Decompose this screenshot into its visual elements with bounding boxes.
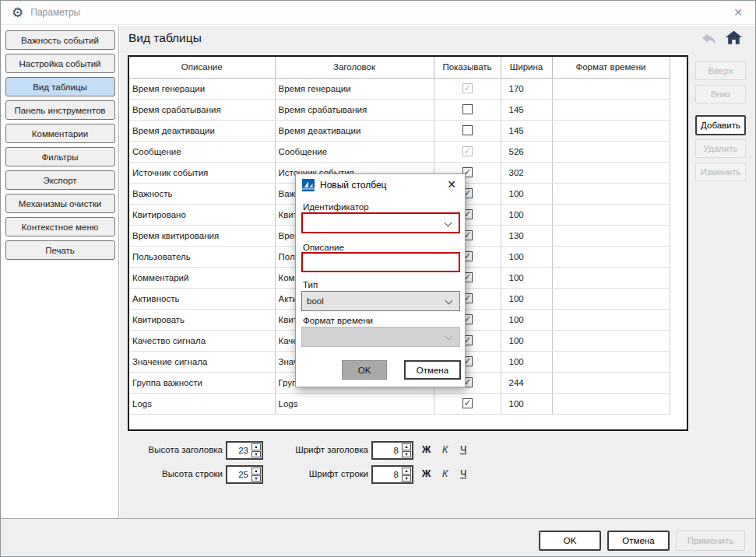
spin-down-icon[interactable]: ▼ [251, 475, 261, 482]
sidebar-item[interactable]: Комментарии [5, 124, 115, 143]
row-underline-button[interactable]: Ч [460, 468, 466, 479]
close-icon[interactable]: ✕ [733, 6, 743, 19]
column-header-show[interactable]: Показывать [434, 57, 501, 78]
cell-width: 100 [501, 204, 552, 225]
table-row[interactable]: СообщениеСообщение526 [129, 141, 670, 162]
cell-time-format [552, 246, 670, 267]
app-icon [302, 179, 315, 191]
row-font-spinner[interactable]: 8 ▲▼ [371, 465, 413, 484]
row-bold-button[interactable]: Ж [422, 468, 431, 479]
time-format-combobox[interactable] [301, 327, 460, 347]
table-header-row: Описание Заголовок Показывать Ширина Фор… [129, 57, 670, 78]
cell-description: Logs [129, 393, 275, 414]
table-row[interactable]: Время срабатыванияВремя срабатывания145 [129, 99, 670, 120]
cell-show [434, 78, 501, 99]
sidebar: Важность событийНастройка событийВид таб… [1, 30, 119, 260]
cell-time-format [552, 120, 670, 141]
sidebar-item[interactable]: Фильтры [5, 147, 115, 166]
sidebar-item[interactable]: Панель инструментов [5, 100, 115, 120]
move-down-button[interactable]: Вниз [695, 85, 746, 103]
column-header-description[interactable]: Описание [129, 57, 275, 78]
cell-width: 100 [501, 288, 552, 309]
cell-width: 130 [501, 225, 552, 246]
sidebar-item[interactable]: Контекстное меню [5, 217, 115, 236]
add-button[interactable]: Добавить [695, 115, 746, 135]
column-header-width[interactable]: Ширина [501, 57, 552, 78]
cell-description: Время срабатывания [129, 99, 275, 120]
sidebar-item[interactable]: Настройка событий [5, 54, 115, 73]
header-bold-button[interactable]: Ж [422, 444, 431, 455]
cell-width: 100 [501, 393, 552, 414]
show-checkbox[interactable] [462, 398, 473, 408]
cell-time-format [552, 330, 670, 351]
header-font-spinner[interactable]: 8 ▲▼ [371, 441, 413, 460]
delete-button[interactable]: Удалить [695, 139, 746, 158]
cell-show [434, 141, 501, 162]
cell-time-format [552, 99, 670, 120]
undo-icon[interactable] [701, 30, 718, 46]
description-input[interactable] [301, 252, 460, 272]
cell-header: Время срабатывания [275, 99, 434, 120]
header-font-label: Шрифт заголовка [273, 445, 368, 454]
header-underline-button[interactable]: Ч [460, 444, 466, 455]
table-row[interactable]: Время деактивацииВремя деактивации145 [129, 120, 670, 141]
spin-down-icon[interactable]: ▼ [402, 451, 411, 458]
description-label: Описание [303, 243, 344, 252]
header-italic-button[interactable]: К [442, 444, 448, 455]
spin-up-icon[interactable]: ▲ [251, 468, 261, 475]
show-checkbox[interactable] [462, 104, 473, 114]
identifier-value [303, 214, 459, 219]
spin-up-icon[interactable]: ▲ [402, 443, 411, 450]
spin-up-icon[interactable]: ▲ [251, 443, 261, 450]
row-height-spinner[interactable]: 25 ▲▼ [226, 465, 263, 484]
cell-time-format [552, 309, 670, 330]
edit-button[interactable]: Изменить [695, 163, 746, 181]
cell-width: 244 [501, 372, 552, 393]
time-format-value [302, 328, 459, 332]
move-up-button[interactable]: Вверх [695, 61, 746, 80]
apply-button[interactable]: Применить [676, 531, 745, 551]
sidebar-item[interactable]: Экспорт [5, 170, 115, 190]
sidebar-item[interactable]: Вид таблицы [5, 77, 115, 96]
cell-width: 526 [501, 141, 552, 162]
cell-header: Logs [275, 393, 434, 414]
dialog-close-icon[interactable]: ✕ [447, 178, 456, 191]
spin-up-icon[interactable]: ▲ [402, 468, 411, 475]
show-checkbox[interactable] [462, 146, 473, 156]
ok-button[interactable]: OK [539, 531, 601, 551]
cell-width: 145 [501, 120, 552, 141]
show-checkbox[interactable] [462, 83, 473, 93]
cell-description: Время деактивации [129, 120, 275, 141]
cell-header: Сообщение [275, 141, 434, 162]
sidebar-item[interactable]: Печать [5, 240, 115, 260]
table-row[interactable]: Время генерацииВремя генерации170 [129, 78, 670, 99]
cell-description: Группа важности [129, 372, 275, 393]
type-combobox[interactable]: bool [301, 291, 460, 311]
cell-width: 170 [501, 78, 552, 99]
spin-down-icon[interactable]: ▼ [402, 475, 411, 482]
title-bar: ⚙ Параметры ✕ [1, 1, 755, 25]
dialog-cancel-button[interactable]: Отмена [404, 360, 461, 380]
cell-show [434, 393, 501, 414]
row-italic-button[interactable]: К [442, 468, 448, 479]
column-header-time-format[interactable]: Формат времени [552, 57, 670, 78]
show-checkbox[interactable] [462, 125, 473, 135]
cell-width: 100 [501, 351, 552, 372]
sidebar-item[interactable]: Механизмы очистки [5, 194, 115, 213]
column-header-title[interactable]: Заголовок [275, 57, 434, 78]
cancel-button[interactable]: Отмена [607, 531, 670, 551]
sidebar-item[interactable]: Важность событий [5, 30, 115, 50]
header-height-label: Высота заголовка [125, 445, 223, 454]
cell-description: Время квитирования [129, 225, 275, 246]
cell-show [434, 99, 501, 120]
header-height-spinner[interactable]: 23 ▲▼ [226, 441, 263, 460]
cell-description: Значение сигнала [129, 351, 275, 372]
home-icon[interactable] [725, 29, 743, 46]
cell-header: Время деактивации [275, 120, 434, 141]
identifier-combobox[interactable] [301, 212, 460, 233]
spin-down-icon[interactable]: ▼ [251, 451, 261, 458]
cell-time-format [552, 372, 670, 393]
table-row[interactable]: LogsLogs100 [129, 393, 670, 414]
row-height-value: 25 [227, 467, 251, 482]
dialog-ok-button[interactable]: OK [342, 360, 387, 380]
